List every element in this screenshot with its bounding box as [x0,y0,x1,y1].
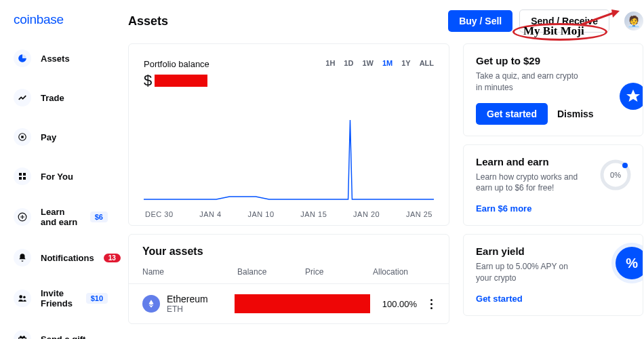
svg-rect-4 [19,177,22,180]
x-tick: JAN 20 [353,210,380,218]
svg-point-7 [19,295,22,298]
promo-quiz-card: Get up to $29 Take a quiz, and earn cryp… [463,43,643,136]
col-balance: Balance [237,267,305,277]
progress-value: 0% [610,171,621,179]
bell-icon [14,249,31,266]
sidebar-item-label: Invite Friends [41,288,77,308]
sidebar-item-label: Notifications [41,253,94,263]
main-content: Assets Buy / Sell Send / Receive 🧑‍💼 Por… [119,0,644,339]
chart-range-selector: 1H 1D 1W 1M 1Y ALL [325,59,434,67]
quiz-get-started-button[interactable]: Get started [476,103,548,125]
topbar: Assets Buy / Sell Send / Receive 🧑‍💼 [119,0,644,39]
send-receive-button[interactable]: Send / Receive [519,9,609,33]
balance-redacted [155,75,207,87]
sidebar-item-label: Assets [41,54,70,64]
svg-rect-2 [19,173,22,176]
asset-values-redacted [235,294,370,313]
col-price: Price [305,267,373,277]
range-1w[interactable]: 1W [362,59,374,67]
sidebar-item-label: Pay [41,132,56,142]
ethereum-icon [142,295,160,313]
coin-icon [14,128,31,146]
progress-ring-icon: 0% [599,159,632,191]
x-tick: JAN 15 [300,210,327,218]
sidebar-item-notifications[interactable]: Notifications 13 [9,244,112,271]
people-icon [14,290,31,307]
x-tick: JAN 25 [406,210,432,218]
promo-yield-card: Earn yield Earn up to 5.00% APY on your … [463,234,643,316]
plus-circle-icon [14,208,31,226]
dismiss-button[interactable]: Dismiss [557,108,594,119]
grid-icon [14,167,31,185]
sidebar-item-label: Send a gift [41,334,85,340]
asset-allocation: 100.00% [382,299,428,309]
range-1h[interactable]: 1H [325,59,335,67]
assets-title: Your assets [129,245,449,267]
range-1m[interactable]: 1M [382,59,393,67]
percent-icon: % [616,247,643,279]
sidebar-item-learn[interactable]: Learn and earn $6 [9,202,112,232]
promo-body: Take a quiz, and earn crypto in minutes [476,71,584,94]
asset-name: Ethereum [167,294,235,304]
sidebar-item-pay[interactable]: Pay [9,123,112,151]
col-name: Name [142,267,237,277]
sidebar-item-label: For You [41,172,73,182]
star-icon [618,81,643,112]
sidebar-item-label: Learn and earn [41,207,81,227]
range-1d[interactable]: 1D [344,59,353,67]
promo-title: Get up to $29 [476,55,630,66]
range-all[interactable]: ALL [420,59,434,67]
sidebar-item-gift[interactable]: Send a gift [9,325,112,339]
avatar[interactable]: 🧑‍💼 [624,12,643,31]
x-tick: JAN 4 [199,210,221,218]
table-row[interactable]: Ethereum ETH 100.00% [129,284,449,323]
promo-title: Earn yield [476,245,630,257]
asset-symbol: ETH [167,304,235,314]
sidebar-item-trade[interactable]: Trade [9,84,112,111]
trend-icon [14,89,31,106]
portfolio-card: Portfolio balance $ 1H 1D 1W 1M 1Y [128,43,449,226]
row-menu-button[interactable] [428,296,435,312]
brand-logo[interactable]: coinbase [9,12,112,27]
svg-point-8 [23,296,26,299]
pie-icon [14,49,31,67]
col-allocation: Allocation [373,267,435,277]
learn-link[interactable]: Earn $6 more [476,203,531,214]
assets-card: Your assets Name Balance Price Allocatio… [128,234,449,324]
gift-icon [14,330,31,339]
x-tick: DEC 30 [145,210,174,218]
chart-x-axis: DEC 30 JAN 4 JAN 10 JAN 15 JAN 20 JAN 25 [144,205,434,218]
page-title: Assets [128,14,168,28]
sidebar: coinbase Assets Trade Pay For You [0,0,119,339]
buy-sell-button[interactable]: Buy / Sell [448,10,512,32]
svg-rect-5 [23,177,26,180]
promo-body: Learn how crypto works and earn up to $6… [476,172,584,195]
portfolio-chart [144,117,434,205]
sidebar-item-invite[interactable]: Invite Friends $10 [9,283,112,313]
yield-get-started-link[interactable]: Get started [476,294,523,304]
svg-rect-1 [21,136,24,138]
portfolio-label: Portfolio balance [144,59,209,69]
currency-symbol: $ [144,72,152,89]
sidebar-item-label: Trade [41,93,64,103]
promo-learn-card: Learn and earn Learn how crypto works an… [463,144,643,226]
learn-badge: $6 [90,212,108,222]
sidebar-item-foryou[interactable]: For You [9,163,112,190]
range-1y[interactable]: 1Y [401,59,410,67]
invite-badge: $10 [86,293,108,304]
x-tick: JAN 10 [247,210,274,218]
promo-body: Earn up to 5.00% APY on your crypto [476,261,584,284]
sidebar-item-assets[interactable]: Assets [9,45,112,72]
svg-rect-3 [23,173,26,176]
svg-point-14 [622,163,628,168]
